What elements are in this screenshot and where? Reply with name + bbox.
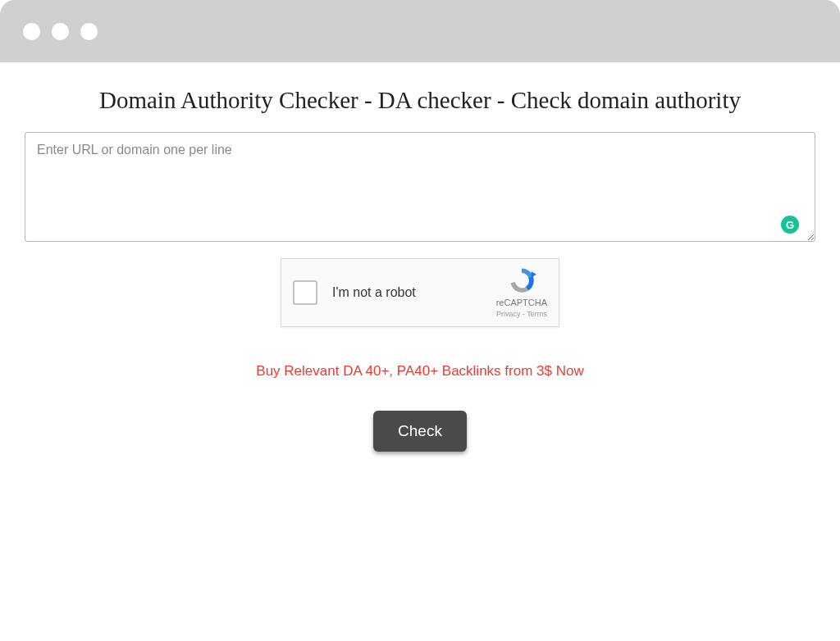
recaptcha-checkbox[interactable]: [293, 280, 317, 305]
recaptcha-brand-text: reCAPTCHA: [496, 297, 547, 309]
url-input-wrapper: G: [25, 132, 815, 245]
url-input[interactable]: [25, 132, 815, 242]
browser-chrome: [0, 0, 840, 62]
recaptcha-branding: reCAPTCHA Privacy - Terms: [496, 266, 547, 320]
recaptcha-label: I'm not a robot: [332, 285, 496, 300]
window-control-dot: [52, 23, 69, 40]
grammarly-icon[interactable]: G: [781, 216, 799, 234]
window-control-dot: [80, 23, 98, 40]
page-title: Domain Authority Checker - DA checker - …: [25, 87, 815, 114]
recaptcha-widget: I'm not a robot reCAPTCHA Privacy - Term…: [281, 258, 559, 327]
recaptcha-links[interactable]: Privacy - Terms: [496, 309, 547, 320]
svg-marker-0: [532, 271, 536, 277]
recaptcha-icon: [506, 266, 537, 295]
page-content: Domain Authority Checker - DA checker - …: [0, 62, 840, 452]
check-button[interactable]: Check: [373, 411, 467, 452]
promo-link[interactable]: Buy Relevant DA 40+, PA40+ Backlinks fro…: [25, 363, 815, 380]
window-control-dot: [23, 23, 40, 40]
